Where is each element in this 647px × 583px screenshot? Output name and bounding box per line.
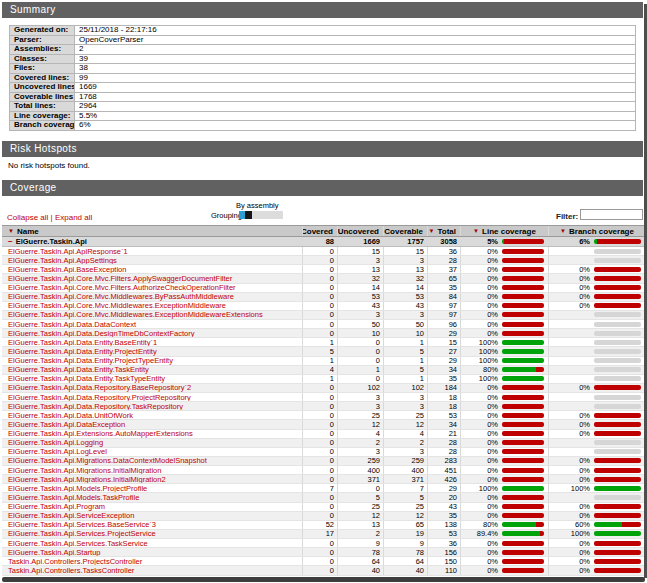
class-name-link[interactable]: ElGuerre.Taskin.Api.Core.Mvc.Middlewares… <box>2 302 302 310</box>
class-name-link[interactable]: ElGuerre.Taskin.Api.Data.Entity.TaskEnti… <box>2 366 302 374</box>
class-line-coverage-cell: 0% <box>460 475 548 483</box>
class-coverable: 5 <box>383 347 427 355</box>
class-name-link[interactable]: ElGuerre.Taskin.Api.Data.Entity.ProjectE… <box>2 347 302 355</box>
class-line-coverage-percent: 0% <box>461 457 498 465</box>
class-name-link[interactable]: ElGuerre.Taskin.Api.Startup <box>2 548 302 556</box>
summary-table: Generated on:25/11/2018 - 22:17:16Parser… <box>9 25 636 131</box>
class-name-link[interactable]: ElGuerre.Taskin.Api.Data.UnitOfWork <box>2 411 302 419</box>
class-row: ElGuerre.Taskin.Api.Core.Mvc.Filters.Aut… <box>2 284 645 293</box>
class-name-link[interactable]: Taskin.Api.Controllers.ProjectsControlle… <box>2 557 302 565</box>
column-header-label: Uncovered <box>338 227 379 236</box>
class-name-link[interactable]: ElGuerre.Taskin.Api.Core.Mvc.Middlewares… <box>2 293 302 301</box>
class-uncovered: 40 <box>337 566 383 574</box>
assembly-name-cell[interactable]: −ElGuerre.Taskin.Api <box>2 237 302 246</box>
class-branch-coverage-cell: 0% <box>548 512 645 520</box>
column-header-branch-coverage[interactable]: ▼Branch coverage <box>548 226 645 236</box>
class-line-coverage-cell: 100% <box>460 338 548 346</box>
class-name-link[interactable]: ElGuerre.Taskin.Api.DataException <box>2 420 302 428</box>
class-covered: 0 <box>302 548 337 556</box>
class-line-coverage-bar <box>502 312 544 317</box>
class-name-link[interactable]: ElGuerre.Taskin.Api.Core.Mvc.Filters.App… <box>2 274 302 282</box>
expand-all-link[interactable]: Expand all <box>55 213 92 222</box>
class-branch-coverage-cell: 0% <box>548 457 645 465</box>
class-name-link[interactable]: ElGuerre.Taskin.Api.AppSettings <box>2 256 302 264</box>
class-name-link[interactable]: ElGuerre.Taskin.Api.ServiceException <box>2 512 302 520</box>
collapse-all-link[interactable]: Collapse all <box>7 213 48 222</box>
class-covered: 0 <box>302 512 337 520</box>
class-total: 35 <box>427 512 460 520</box>
class-branch-coverage-bar <box>594 385 641 390</box>
column-header-total[interactable]: ▼Total <box>427 226 460 236</box>
class-uncovered: 13 <box>337 521 383 529</box>
class-name-link[interactable]: ElGuerre.Taskin.Api.Data.DataContext <box>2 320 302 328</box>
class-coverable: 102 <box>383 384 427 392</box>
class-line-coverage-cell: 0% <box>460 430 548 438</box>
assembly-row[interactable]: −ElGuerre.Taskin.Api881669175730585%6% <box>2 237 645 247</box>
class-line-coverage-percent: 0% <box>461 393 498 401</box>
collapse-minus-icon[interactable]: − <box>8 238 13 246</box>
class-name-link[interactable]: ElGuerre.Taskin.Api.Migrations.InitialMi… <box>2 475 302 483</box>
class-branch-coverage-percent: 0% <box>549 503 590 511</box>
class-name-link[interactable]: ElGuerre.Taskin.Api.Logging <box>2 439 302 447</box>
class-total: 138 <box>427 521 460 529</box>
column-header-covered[interactable]: ▼Covered <box>302 226 337 236</box>
coverage-table: ▼Name▼Covered▼Uncovered▼Coverable▼Total▼… <box>2 225 645 576</box>
class-line-coverage-cell: 0% <box>460 256 548 264</box>
class-branch-coverage-percent: 0% <box>549 430 590 438</box>
class-name-link[interactable]: ElGuerre.Taskin.Api.Data.Repository.Proj… <box>2 393 302 401</box>
column-header-line-coverage[interactable]: ▼Line coverage <box>460 226 548 236</box>
column-header-coverable[interactable]: ▼Coverable <box>383 226 427 236</box>
class-name-link[interactable]: ElGuerre.Taskin.Api.ApiResponse`1 <box>2 247 302 255</box>
class-name-link[interactable]: ElGuerre.Taskin.Api.Core.Mvc.Filters.Aut… <box>2 284 302 292</box>
class-name-link[interactable]: ElGuerre.Taskin.Api.Data.DesignTimeDbCon… <box>2 329 302 337</box>
class-name-link[interactable]: ElGuerre.Taskin.Api.Models.ProjectProfil… <box>2 484 302 492</box>
class-covered: 0 <box>302 439 337 447</box>
filter-label: Filter: <box>556 212 578 221</box>
class-branch-coverage-bar <box>594 285 641 290</box>
class-name-link[interactable]: ElGuerre.Taskin.Api.Data.Entity.ProjectT… <box>2 357 302 365</box>
class-row: ElGuerre.Taskin.Api.Data.Repository.Proj… <box>2 393 645 402</box>
column-header-name[interactable]: ▼Name <box>2 226 302 236</box>
class-name-link[interactable]: ElGuerre.Taskin.Api.Services.TaskService <box>2 539 302 547</box>
class-line-coverage-bar <box>502 440 544 445</box>
class-name-link[interactable]: ElGuerre.Taskin.Api.Data.Repository.Task… <box>2 402 302 410</box>
class-name-link[interactable]: ElGuerre.Taskin.Api.Services.BaseService… <box>2 521 302 529</box>
grouping-slider-thumb[interactable] <box>245 211 252 219</box>
class-name-link[interactable]: ElGuerre.Taskin.Api.Migrations.DataConte… <box>2 457 302 465</box>
class-covered: 0 <box>302 329 337 337</box>
class-uncovered: 12 <box>337 420 383 428</box>
class-branch-coverage-cell <box>548 439 645 447</box>
class-line-coverage-bar <box>502 568 544 573</box>
class-branch-coverage-bar <box>594 376 641 381</box>
class-name-link[interactable]: ElGuerre.Taskin.Api.Data.Entity.BaseEnti… <box>2 338 302 346</box>
class-uncovered: 13 <box>337 265 383 273</box>
class-name-link[interactable]: ElGuerre.Taskin.Api.BaseException <box>2 265 302 273</box>
class-line-coverage-cell: 80% <box>460 521 548 529</box>
class-name-link[interactable]: Taskin.Api.Controllers.TasksController <box>2 566 302 574</box>
grouping-mode-label: By assembly <box>236 201 279 210</box>
filter-input[interactable] <box>580 209 643 220</box>
class-name-link[interactable]: ElGuerre.Taskin.Api.Extensions.AutoMappe… <box>2 430 302 438</box>
grouping-slider[interactable] <box>239 211 283 219</box>
class-name-link[interactable]: ElGuerre.Taskin.Api.LogLevel <box>2 448 302 456</box>
summary-row-value: OpenCoverParser <box>75 35 636 45</box>
class-name-link[interactable]: ElGuerre.Taskin.Api.Core.Mvc.Middlewares… <box>2 311 302 319</box>
class-total: 29 <box>427 329 460 337</box>
class-name-link[interactable]: ElGuerre.Taskin.Api.Data.Entity.TaskType… <box>2 375 302 383</box>
class-name-link[interactable]: ElGuerre.Taskin.Api.Data.Repository.Base… <box>2 384 302 392</box>
class-total: 53 <box>427 530 460 538</box>
class-name-link[interactable]: ElGuerre.Taskin.Api.Services.ProjectServ… <box>2 530 302 538</box>
class-line-coverage-cell: 0% <box>460 557 548 565</box>
class-row: Taskin.Api.Controllers.TasksController04… <box>2 566 645 575</box>
class-name-link[interactable]: ElGuerre.Taskin.Api.Program <box>2 503 302 511</box>
class-branch-coverage-cell: 0% <box>548 430 645 438</box>
class-name-link[interactable]: ElGuerre.Taskin.Api.Migrations.InitialMi… <box>2 466 302 474</box>
class-line-coverage-percent: 80% <box>461 366 498 374</box>
class-name-link[interactable]: ElGuerre.Taskin.Api.Models.TaskProfile <box>2 493 302 501</box>
class-line-coverage-bar <box>502 513 544 518</box>
class-coverable: 259 <box>383 457 427 465</box>
column-header-label: Covered <box>302 227 333 236</box>
class-total: 84 <box>427 293 460 301</box>
class-coverable: 53 <box>383 293 427 301</box>
column-header-uncovered[interactable]: ▼Uncovered <box>337 226 383 236</box>
